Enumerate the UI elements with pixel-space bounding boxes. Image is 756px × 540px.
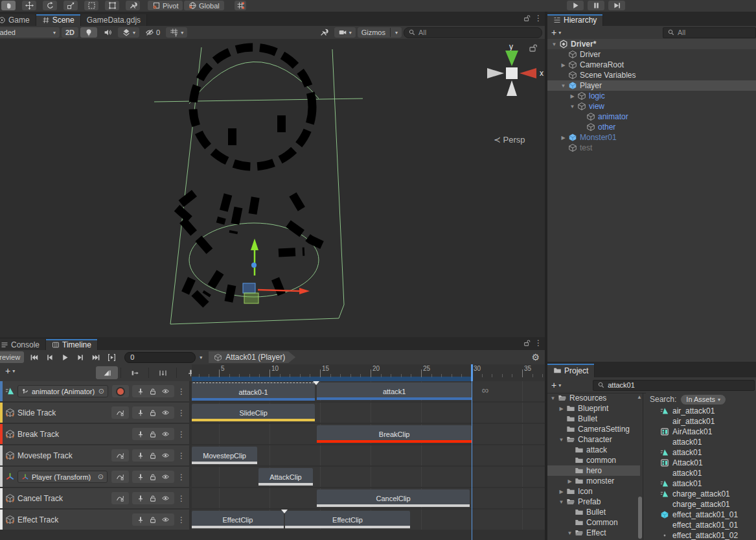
rect-tool-button[interactable]	[84, 1, 98, 10]
hierarchy-add-button[interactable]: +▾	[547, 27, 565, 38]
tab-scene[interactable]: Scene	[36, 14, 81, 26]
tab-gamedata-gdjs[interactable]: GameData.gdjs	[81, 14, 147, 26]
hierarchy-item-other[interactable]: other	[547, 122, 756, 132]
replace-mode-button[interactable]	[152, 366, 174, 379]
expand-right-arrow-icon[interactable]: ▶	[559, 135, 567, 141]
track-header-slide-track[interactable]: Slide Track⋮	[0, 403, 189, 423]
track-lane-cancel-track[interactable]: CancelClip	[192, 488, 545, 508]
asset-result-effect-attack01-02[interactable]: effect_attack01_02	[646, 530, 756, 540]
track-options-kebab-icon[interactable]: ⋮	[178, 495, 185, 502]
track-options-kebab-icon[interactable]: ⋮	[178, 516, 185, 524]
eye-icon[interactable]	[161, 494, 170, 502]
scene-grid-dropdown[interactable]: ▾	[166, 27, 187, 38]
curves-toggle-button[interactable]	[111, 449, 129, 462]
track-header-break-track[interactable]: Break Track⋮	[0, 424, 189, 444]
asset-result-effect-attack01-01[interactable]: effect_attack01_01	[646, 520, 756, 530]
clip-attack0-1[interactable]: attack0-1	[192, 382, 315, 401]
lock-icon[interactable]	[149, 473, 157, 481]
lock-icon[interactable]	[149, 495, 157, 502]
hierarchy-item-driver[interactable]: ▼Driver*	[547, 39, 756, 49]
scene-effects-dropdown[interactable]: ▾	[118, 27, 139, 38]
expand-down-arrow-icon[interactable]: ▼	[557, 499, 566, 505]
expand-down-arrow-icon[interactable]: ▼	[559, 83, 567, 89]
hierarchy-search-input[interactable]: All	[663, 27, 756, 38]
track-header-movestep-track[interactable]: Movestep Track⋮	[0, 445, 189, 465]
curves-toggle-button[interactable]	[111, 471, 129, 483]
track-binding-field[interactable]: animator (Animator)⊙	[17, 385, 108, 397]
project-folder-icon[interactable]: ▶Icon	[547, 486, 640, 497]
project-search-input[interactable]: attack01	[593, 380, 755, 391]
timeline-add-button[interactable]: +▾	[1, 366, 19, 376]
expand-right-arrow-icon[interactable]: ▶	[559, 62, 567, 68]
track-lane-movestep-track[interactable]: MovestepClip	[192, 445, 545, 465]
component-tools-button[interactable]	[315, 27, 332, 38]
track-lane-effect-track[interactable]: EffectClipEffectClip	[192, 510, 545, 530]
hand-tool-button[interactable]	[1, 1, 16, 10]
track-options-kebab-icon[interactable]: ⋮	[178, 452, 185, 460]
pause-button[interactable]	[588, 1, 604, 10]
play-button[interactable]	[57, 351, 73, 363]
transform-tool-button[interactable]	[105, 1, 119, 10]
hierarchy-item-logic[interactable]: ▶logic	[547, 91, 756, 101]
projection-mode-label[interactable]: ≺ Persp	[494, 135, 525, 145]
track-header-cancel-track[interactable]: Cancel Track⋮	[0, 488, 189, 508]
pin-icon[interactable]	[137, 516, 144, 524]
asset-result-attack01[interactable]: attack01	[646, 468, 756, 478]
clip-breakclip[interactable]: BreakClip	[317, 425, 472, 443]
track-binding-field[interactable]: Player (Transform)⊙	[17, 471, 108, 483]
pin-icon[interactable]	[137, 452, 144, 460]
prev-frame-button[interactable]	[41, 351, 57, 363]
project-folder-bullet[interactable]: Bullet	[547, 507, 640, 517]
project-folder-common[interactable]: Common	[547, 517, 640, 528]
gizmos-dropdown[interactable]: Gizmos▾	[358, 27, 402, 38]
scene-audio-toggle[interactable]	[99, 27, 116, 38]
hierarchy-item-monster01[interactable]: ▶Monster01	[547, 132, 756, 143]
project-tree-scrollbar[interactable]: ▲	[637, 393, 643, 540]
pin-icon[interactable]	[137, 495, 144, 502]
step-button[interactable]	[608, 1, 625, 10]
lock-icon[interactable]	[149, 388, 157, 395]
tab-console[interactable]: Console	[0, 339, 46, 350]
track-lane-player-transform[interactable]: AttackClip	[192, 467, 545, 487]
expand-down-arrow-icon[interactable]: ▼	[549, 395, 557, 401]
track-lane-slide-track[interactable]: SlideClip	[192, 403, 545, 423]
skip-end-button[interactable]	[88, 351, 104, 363]
asset-result-airattack01[interactable]: AirAttack01	[646, 427, 756, 437]
shading-mode-dropdown[interactable]: Shaded▾	[0, 27, 60, 38]
hierarchy-item-scene-variables[interactable]: Scene Variables	[547, 70, 756, 80]
expand-down-arrow-icon[interactable]: ▼	[550, 41, 558, 47]
timeline-end-playhead[interactable]	[472, 381, 472, 540]
eye-icon[interactable]	[161, 515, 170, 524]
play-range-button[interactable]	[104, 351, 119, 363]
eye-icon[interactable]	[161, 387, 170, 395]
scene-menu-kebab-icon[interactable]: ⋮	[534, 14, 542, 22]
scale-tool-button[interactable]	[63, 1, 78, 10]
track-header-effect-track[interactable]: Effect Track⋮	[0, 510, 189, 530]
project-folder-character[interactable]: ▼Character	[547, 434, 640, 445]
expand-right-arrow-icon[interactable]: ▶	[557, 406, 566, 412]
scene-lighting-toggle[interactable]	[80, 27, 97, 38]
hierarchy-item-view[interactable]: ▼view	[547, 101, 756, 112]
scene-visibility-toggle[interactable]: 0	[141, 27, 164, 38]
track-lane-break-track[interactable]: BreakClip	[192, 424, 545, 444]
eye-icon[interactable]	[161, 473, 170, 481]
eye-icon[interactable]	[161, 408, 170, 417]
custom-tools-tool-button[interactable]	[126, 1, 140, 10]
lock-icon[interactable]	[149, 452, 157, 460]
tab-game[interactable]: Game	[0, 14, 36, 26]
lock-icon[interactable]	[149, 409, 157, 417]
object-picker-icon[interactable]: ⊙	[98, 473, 104, 481]
search-scope-dropdown[interactable]: In Assets▾	[681, 395, 726, 405]
tab-hierarchy[interactable]: Hierarchy	[547, 14, 603, 26]
unlock-icon[interactable]	[523, 339, 531, 347]
hierarchy-item-driver[interactable]: Driver	[547, 49, 756, 60]
scene-camera-dropdown[interactable]: ▾	[334, 27, 356, 38]
lock-icon[interactable]	[149, 430, 157, 438]
asset-result-charge-attack01[interactable]: charge_attack01	[646, 499, 756, 510]
timeline-menu-kebab-icon[interactable]: ⋮	[534, 339, 542, 347]
hierarchy-item-player[interactable]: ▼Player	[547, 80, 756, 91]
project-folder-prefab[interactable]: ▼Prefab	[547, 497, 640, 507]
project-folder-camerasetting[interactable]: CameraSetting	[547, 424, 640, 434]
hierarchy-item-animator[interactable]: animator	[547, 112, 756, 122]
global-button[interactable]: Global	[184, 1, 224, 10]
